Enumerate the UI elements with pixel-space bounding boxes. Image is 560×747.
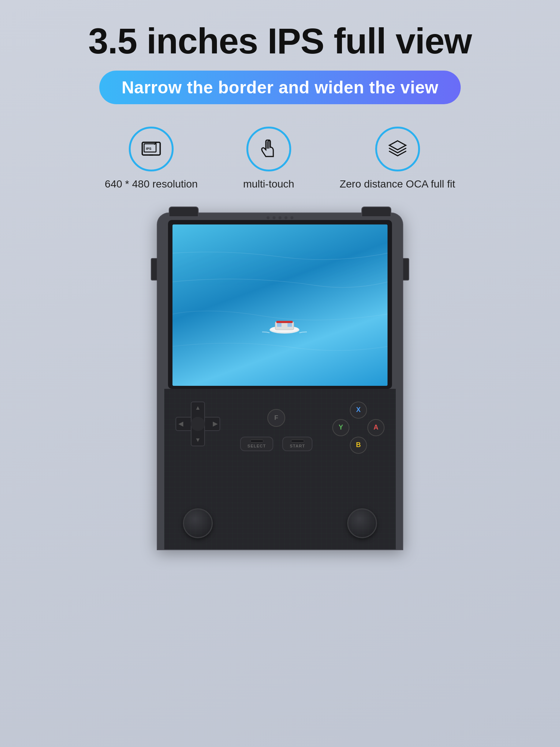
console-wrapper: ◀ ▶ ▲ ▼ F xyxy=(149,213,411,550)
dpad-container: ◀ ▶ ▲ ▼ xyxy=(175,402,220,446)
select-button[interactable]: SELECT xyxy=(240,437,273,451)
f-button[interactable]: F xyxy=(267,409,285,427)
select-label: SELECT xyxy=(248,444,266,448)
feature-touch: multi-touch xyxy=(228,127,310,190)
touch-icon-circle xyxy=(246,127,291,171)
water-ripples xyxy=(172,224,388,386)
notch-dot-1 xyxy=(267,216,270,219)
notch-dot-3 xyxy=(279,216,281,219)
dpad-right-arrow: ▶ xyxy=(213,420,217,427)
right-thumbstick[interactable] xyxy=(347,508,377,538)
center-controls: F SELECT START xyxy=(240,398,312,451)
subtitle-badge: Narrow the border and widen the view xyxy=(99,71,461,104)
abxy-container: X Y A B xyxy=(332,402,385,454)
shoulder-button-l[interactable] xyxy=(169,207,199,217)
touch-label: multi-touch xyxy=(243,178,294,190)
a-button[interactable]: A xyxy=(367,419,385,436)
ips-icon-circle: IPS xyxy=(129,127,174,171)
controls-area: ◀ ▶ ▲ ▼ F xyxy=(164,389,396,508)
b-button[interactable]: B xyxy=(350,437,367,454)
subtitle-text: Narrow the border and widen the view xyxy=(122,78,439,97)
top-notch xyxy=(267,216,293,219)
touch-icon xyxy=(257,137,281,161)
feature-ips: IPS 640 * 480 resolution xyxy=(105,127,198,190)
left-thumbstick[interactable] xyxy=(183,508,213,538)
ips-screen-icon: IPS xyxy=(139,137,163,161)
oca-icon-circle xyxy=(375,127,420,171)
screen-display xyxy=(172,224,388,386)
main-title: 3.5 inches IPS full view xyxy=(88,22,472,60)
thumbsticks-row xyxy=(164,508,396,549)
notch-dot-5 xyxy=(290,216,293,219)
dpad: ◀ ▶ ▲ ▼ xyxy=(175,402,220,446)
side-button-left xyxy=(151,258,158,280)
dpad-down-arrow: ▼ xyxy=(195,437,201,443)
abxy-grid: X Y A B xyxy=(332,402,385,454)
side-button-right xyxy=(402,258,409,280)
x-button[interactable]: X xyxy=(350,402,367,419)
console-body: ◀ ▶ ▲ ▼ F xyxy=(157,213,403,550)
shoulder-button-r[interactable] xyxy=(361,207,391,217)
start-label: START xyxy=(290,444,305,448)
oca-label: Zero distance OCA full fit xyxy=(340,178,455,190)
start-track xyxy=(291,440,304,443)
screen-bezel xyxy=(168,220,392,389)
shoulder-buttons xyxy=(158,207,402,217)
ips-label: 640 * 480 resolution xyxy=(105,178,198,190)
feature-oca: Zero distance OCA full fit xyxy=(340,127,455,190)
select-track xyxy=(250,440,264,443)
features-row: IPS 640 * 480 resolution multi-touch xyxy=(105,127,455,190)
page-wrapper: 3.5 inches IPS full view Narrow the bord… xyxy=(0,0,560,747)
dpad-left-arrow: ◀ xyxy=(178,420,183,427)
dpad-center xyxy=(191,417,205,431)
notch-dot-2 xyxy=(273,216,276,219)
select-start-row: SELECT START xyxy=(240,437,312,451)
layers-icon xyxy=(386,137,410,161)
svg-text:IPS: IPS xyxy=(146,147,152,151)
y-button[interactable]: Y xyxy=(332,419,349,436)
dpad-up-arrow: ▲ xyxy=(195,405,201,411)
notch-dot-4 xyxy=(284,216,287,219)
start-button[interactable]: START xyxy=(282,437,312,451)
